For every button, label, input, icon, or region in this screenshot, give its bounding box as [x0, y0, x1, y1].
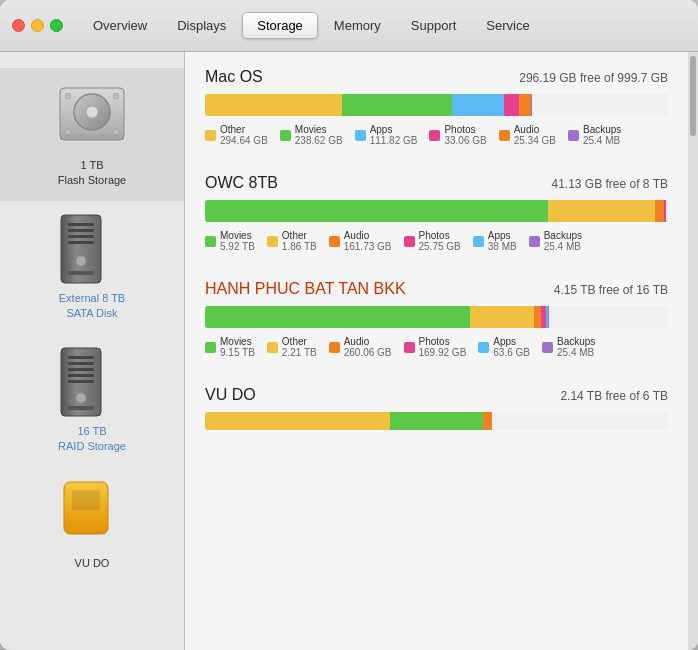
legend-label-movies-1: Movies: [295, 124, 343, 135]
scrollbar-thumb[interactable]: [690, 56, 696, 136]
storage-item-mac-os: Mac OS 296.19 GB free of 999.7 GB: [205, 68, 668, 146]
bar-audio-4: [483, 412, 492, 430]
dot-other-3: [267, 342, 278, 353]
storage-header-mac-os: Mac OS 296.19 GB free of 999.7 GB: [205, 68, 668, 86]
dot-movies-1: [280, 130, 291, 141]
dot-movies-2: [205, 236, 216, 247]
legend-owc: Movies 5.92 TB Other 1.86 TB: [205, 230, 668, 252]
svg-point-4: [113, 93, 119, 99]
storage-name-mac-os: Mac OS: [205, 68, 263, 86]
legend-val-apps-1: 111.82 GB: [370, 135, 418, 146]
tab-service[interactable]: Service: [472, 12, 543, 39]
storage-bar-owc: [205, 200, 668, 222]
legend-label-audio-3: Audio: [344, 336, 392, 347]
legend-apps-2: Apps 38 MB: [473, 230, 517, 252]
bar-other-1: [205, 94, 342, 116]
tab-memory[interactable]: Memory: [320, 12, 395, 39]
tab-displays[interactable]: Displays: [163, 12, 240, 39]
tab-overview[interactable]: Overview: [79, 12, 161, 39]
device-item-hanh-phuc[interactable]: 16 TBRAID Storage: [0, 334, 184, 467]
scrollbar[interactable]: [688, 52, 698, 650]
legend-other-1: Other 294.64 GB: [205, 124, 268, 146]
legend-label-other-1: Other: [220, 124, 268, 135]
storage-header-vu-do: VU DO 2.14 TB free of 6 TB: [205, 386, 668, 404]
legend-val-backups-3: 25.4 MB: [557, 347, 595, 358]
legend-backups-1: Backups 25.4 MB: [568, 124, 621, 146]
bar-photos-1: [504, 94, 519, 116]
maximize-button[interactable]: [50, 19, 63, 32]
svg-point-13: [76, 256, 86, 266]
bar-other-4: [205, 412, 390, 430]
legend-val-audio-3: 260.06 GB: [344, 347, 392, 358]
legend-val-audio-2: 161.73 GB: [344, 241, 392, 252]
storage-bar-mac-os: [205, 94, 668, 116]
tab-support[interactable]: Support: [397, 12, 471, 39]
bar-audio-1: [519, 94, 531, 116]
dot-photos-2: [404, 236, 415, 247]
close-button[interactable]: [12, 19, 25, 32]
svg-rect-14: [68, 271, 94, 275]
main-window: Overview Displays Storage Memory Support…: [0, 0, 698, 650]
svg-rect-11: [68, 235, 94, 238]
hdd-icon: [56, 80, 128, 152]
svg-point-21: [76, 393, 86, 403]
legend-apps-3: Apps 63.6 GB: [478, 336, 530, 358]
device-item-mac-os[interactable]: 1 TBFlash Storage: [0, 68, 184, 201]
bar-audio-3: [534, 306, 541, 328]
device-3-label: 16 TBRAID Storage: [58, 424, 126, 455]
legend-mac-os: Other 294.64 GB Movies 238.62 GB: [205, 124, 668, 146]
legend-val-other-2: 1.86 TB: [282, 241, 317, 252]
storage-item-vu-do: VU DO 2.14 TB free of 6 TB: [205, 386, 668, 430]
dot-movies-3: [205, 342, 216, 353]
svg-rect-10: [68, 229, 94, 232]
legend-movies-1: Movies 238.62 GB: [280, 124, 343, 146]
legend-label-photos-1: Photos: [444, 124, 486, 135]
legend-label-other-3: Other: [282, 336, 317, 347]
legend-val-audio-1: 25.34 GB: [514, 135, 556, 146]
legend-label-photos-2: Photos: [419, 230, 461, 241]
legend-label-movies-3: Movies: [220, 336, 255, 347]
titlebar: Overview Displays Storage Memory Support…: [0, 0, 698, 52]
legend-photos-3: Photos 169.92 GB: [404, 336, 467, 358]
bar-other-3: [470, 306, 534, 328]
legend-val-backups-1: 25.4 MB: [583, 135, 621, 146]
legend-label-apps-3: Apps: [493, 336, 530, 347]
storage-free-mac-os: 296.19 GB free of 999.7 GB: [519, 71, 668, 85]
tab-bar: Overview Displays Storage Memory Support…: [79, 12, 544, 39]
dot-audio-1: [499, 130, 510, 141]
storage-name-vu-do: VU DO: [205, 386, 256, 404]
storage-header-hanh: HANH PHUC BAT TAN BKK 4.15 TB free of 16…: [205, 280, 668, 298]
storage-bar-hanh: [205, 306, 668, 328]
minimize-button[interactable]: [31, 19, 44, 32]
svg-rect-16: [68, 356, 94, 359]
usb-drive-icon: [56, 478, 128, 550]
tower-icon-1: [56, 213, 128, 285]
device-item-owc-8tb[interactable]: External 8 TBSATA Disk: [0, 201, 184, 334]
legend-photos-2: Photos 25.75 GB: [404, 230, 461, 252]
legend-photos-1: Photos 33.06 GB: [429, 124, 486, 146]
dot-photos-1: [429, 130, 440, 141]
legend-val-movies-3: 9.15 TB: [220, 347, 255, 358]
svg-point-2: [86, 106, 98, 118]
legend-val-other-3: 2.21 TB: [282, 347, 317, 358]
svg-rect-19: [68, 374, 94, 377]
legend-val-movies-1: 238.62 GB: [295, 135, 343, 146]
legend-label-movies-2: Movies: [220, 230, 255, 241]
device-item-vu-do[interactable]: VU DO: [0, 466, 184, 583]
svg-rect-7: [60, 134, 124, 140]
legend-backups-3: Backups 25.4 MB: [542, 336, 595, 358]
dot-backups-3: [542, 342, 553, 353]
device-2-label: External 8 TBSATA Disk: [59, 291, 125, 322]
legend-audio-3: Audio 260.06 GB: [329, 336, 392, 358]
svg-rect-18: [68, 368, 94, 371]
legend-label-backups-2: Backups: [544, 230, 582, 241]
legend-label-apps-2: Apps: [488, 230, 517, 241]
dot-backups-2: [529, 236, 540, 247]
dot-other-2: [267, 236, 278, 247]
svg-rect-20: [68, 380, 94, 383]
bar-apps-1: [452, 94, 504, 116]
legend-label-photos-3: Photos: [419, 336, 467, 347]
tab-storage[interactable]: Storage: [242, 12, 318, 39]
legend-val-other-1: 294.64 GB: [220, 135, 268, 146]
legend-label-apps-1: Apps: [370, 124, 418, 135]
